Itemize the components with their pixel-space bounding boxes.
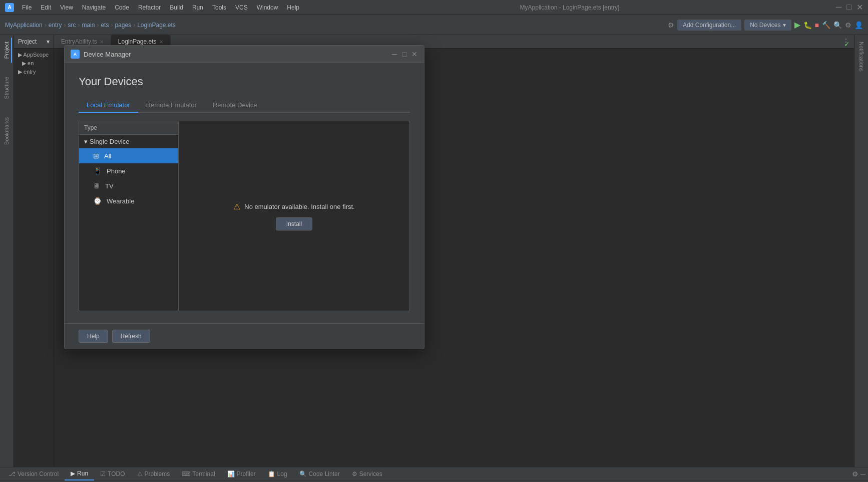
bottom-panel: ⎇ Version Control ▶ Run ☑ TODO ⚠ Problem…	[0, 467, 868, 482]
all-icon: ⊞	[93, 152, 99, 160]
type-item-phone-label: Phone	[107, 167, 126, 175]
run-icon: ▶	[71, 470, 75, 477]
menu-vcs[interactable]: VCS	[231, 3, 252, 12]
code-linter-tab[interactable]: 🔍 Code Linter	[293, 468, 346, 480]
todo-icon: ☑	[100, 470, 106, 477]
terminal-tab[interactable]: ⌨ Terminal	[176, 468, 221, 480]
breadcrumb: MyApplication › entry › src › main › ets…	[5, 22, 176, 29]
device-content-panel: ⚠ No emulator available. Install one fir…	[179, 121, 410, 311]
breadcrumb-ets[interactable]: ets	[101, 22, 109, 29]
tv-icon: 🖥	[93, 182, 100, 190]
phone-icon: 📱	[93, 167, 102, 175]
toolbar-right: ⚙ Add Configuration... No Devices ▾ ▶ 🐛 …	[668, 20, 863, 31]
dialog-close-button[interactable]: ✕	[411, 51, 418, 58]
type-item-all[interactable]: ⊞ All	[79, 148, 178, 163]
services-tab[interactable]: ⚙ Services	[346, 468, 388, 480]
breadcrumb-pages[interactable]: pages	[115, 22, 131, 29]
dialog-body: Your Devices Local Emulator Remote Emula…	[65, 63, 424, 323]
type-section-header[interactable]: ▾ Single Device	[79, 135, 178, 148]
build-icon[interactable]: 🔨	[822, 21, 830, 29]
run-button[interactable]: ▶	[794, 20, 800, 30]
device-selector[interactable]: No Devices ▾	[744, 20, 791, 31]
menu-help[interactable]: Help	[283, 3, 303, 12]
no-devices-label: No Devices	[750, 22, 780, 29]
type-item-phone[interactable]: 📱 Phone	[79, 163, 178, 178]
structure-tab[interactable]: Structure	[2, 73, 12, 103]
type-item-tv-label: TV	[105, 182, 114, 190]
stop-icon[interactable]: ■	[815, 21, 819, 29]
tab-local-emulator[interactable]: Local Emulator	[79, 98, 138, 113]
bottom-tabs: ⎇ Version Control ▶ Run ☑ TODO ⚠ Problem…	[0, 467, 868, 481]
breadcrumb-file[interactable]: LoginPage.ets	[137, 22, 176, 29]
bookmarks-tab[interactable]: Bookmarks	[2, 113, 12, 149]
tab-remote-emulator[interactable]: Remote Emulator	[138, 98, 205, 113]
tree-en[interactable]: ▶ en	[16, 59, 52, 68]
version-control-tab[interactable]: ⎇ Version Control	[3, 468, 65, 480]
refresh-button[interactable]: Refresh	[112, 330, 150, 343]
type-item-all-label: All	[104, 152, 111, 160]
help-button[interactable]: Help	[79, 330, 108, 343]
debug-icon[interactable]: 🐛	[803, 21, 812, 29]
minimize-bottom-icon[interactable]: ─	[860, 470, 865, 478]
dialog-title-bar: A Device Manager ─ □ ✕	[65, 46, 424, 63]
breadcrumb-app[interactable]: MyApplication	[5, 22, 43, 29]
menu-build[interactable]: Build	[166, 3, 187, 12]
breadcrumb-src[interactable]: src	[68, 22, 76, 29]
tree-entry[interactable]: ▶ entry	[16, 68, 52, 76]
todo-tab[interactable]: ☑ TODO	[94, 468, 131, 480]
menu-navigate[interactable]: Navigate	[78, 3, 110, 12]
expand-icon: ▾	[84, 138, 88, 145]
dialog-minimize-button[interactable]: ─	[391, 51, 398, 58]
dialog-maximize-button[interactable]: □	[401, 51, 408, 58]
minimize-button[interactable]: ─	[836, 3, 841, 12]
project-tab[interactable]: Project	[2, 38, 12, 63]
editor-area: EntryAbility.ts ✕ LoginPage.ets ✕ ⋮ 1 im…	[54, 35, 854, 467]
type-panel: Type ▾ Single Device ⊞ All 📱	[79, 121, 179, 311]
device-manager-dialog: A Device Manager ─ □ ✕ Your Devices Loca…	[64, 45, 424, 349]
settings-icon[interactable]: ⚙	[668, 21, 674, 29]
tab-remote-device[interactable]: Remote Device	[205, 98, 265, 113]
menu-file[interactable]: File	[18, 3, 36, 12]
dialog-heading: Your Devices	[79, 75, 410, 88]
git-icon: ⎇	[9, 470, 16, 477]
warning-message: ⚠ No emulator available. Install one fir…	[233, 202, 354, 211]
dialog-title-text: Device Manager	[84, 51, 387, 58]
log-tab[interactable]: 📋 Log	[262, 468, 293, 480]
run-tab[interactable]: ▶ Run	[65, 467, 94, 480]
tree-appscope[interactable]: ▶ AppScope	[16, 51, 52, 59]
window-controls: ─ □ ✕	[836, 3, 863, 12]
menu-code[interactable]: Code	[111, 3, 133, 12]
chevron-down-icon: ▾	[783, 22, 786, 29]
warning-text: No emulator available. Install one first…	[244, 203, 354, 210]
type-item-wearable-label: Wearable	[107, 197, 134, 205]
profiler-tab[interactable]: 📊 Profiler	[221, 468, 262, 480]
menu-edit[interactable]: Edit	[37, 3, 55, 12]
close-button[interactable]: ✕	[856, 3, 863, 12]
type-item-tv[interactable]: 🖥 TV	[79, 178, 178, 193]
title-bar: A File Edit View Navigate Code Refactor …	[0, 0, 868, 15]
gear-icon[interactable]: ⚙	[845, 21, 851, 29]
menu-view[interactable]: View	[56, 3, 77, 12]
wearable-icon: ⌚	[93, 197, 102, 205]
install-button[interactable]: Install	[276, 217, 312, 230]
settings-bottom-icon[interactable]: ⚙	[852, 470, 858, 478]
notifications-tab[interactable]: Notifications	[857, 38, 866, 76]
project-panel: Project ▾ ▶ AppScope ▶ en ▶ entry	[14, 35, 54, 467]
search-icon[interactable]: 🔍	[833, 21, 842, 29]
breadcrumb-entry[interactable]: entry	[49, 22, 62, 29]
right-vertical-tabs: Notifications	[854, 35, 868, 467]
menu-run[interactable]: Run	[188, 3, 207, 12]
add-configuration-button[interactable]: Add Configuration...	[677, 20, 741, 31]
type-item-wearable[interactable]: ⌚ Wearable	[79, 193, 178, 208]
dialog-overlay: A Device Manager ─ □ ✕ Your Devices Loca…	[54, 35, 854, 467]
breadcrumb-main[interactable]: main	[82, 22, 95, 29]
project-expand-icon[interactable]: ▾	[47, 38, 50, 45]
menu-tools[interactable]: Tools	[208, 3, 230, 12]
menu-items: File Edit View Navigate Code Refactor Bu…	[18, 3, 303, 12]
maximize-button[interactable]: □	[846, 3, 851, 12]
device-list-area: Type ▾ Single Device ⊞ All 📱	[79, 121, 410, 311]
menu-window[interactable]: Window	[253, 3, 282, 12]
user-icon[interactable]: 👤	[854, 21, 863, 29]
menu-refactor[interactable]: Refactor	[134, 3, 165, 12]
problems-tab[interactable]: ⚠ Problems	[131, 468, 176, 480]
